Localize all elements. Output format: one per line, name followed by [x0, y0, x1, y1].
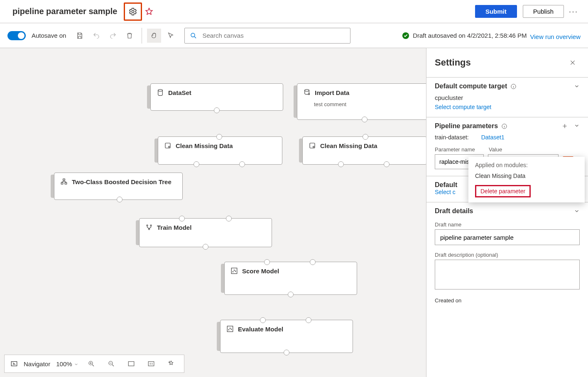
chevron-down-icon[interactable]: [574, 123, 580, 129]
module-icon: [309, 142, 316, 149]
chevron-down-icon: [74, 362, 78, 367]
tree-icon: [60, 178, 68, 185]
svg-point-20: [228, 330, 229, 331]
close-panel-button[interactable]: [566, 56, 580, 70]
delete-parameter-button[interactable]: Delete parameter: [475, 185, 531, 197]
svg-rect-10: [61, 182, 63, 184]
delete-button[interactable]: [122, 29, 137, 43]
node-dataset[interactable]: DataSet: [150, 83, 283, 111]
node-import-data[interactable]: Import Data test comment: [297, 83, 430, 120]
section-title-partial: Default: [435, 181, 457, 189]
save-button[interactable]: [73, 29, 87, 43]
zoom-in-button[interactable]: [84, 357, 98, 371]
chevron-down-icon[interactable]: [574, 83, 580, 89]
navigator-label[interactable]: Navigator: [24, 360, 50, 367]
svg-rect-19: [227, 326, 233, 332]
node-score-model[interactable]: Score Model: [224, 262, 357, 295]
node-label: Two-Class Boosted Decision Tree: [72, 178, 172, 185]
svg-point-12: [147, 225, 148, 226]
node-train-model[interactable]: Train Model: [139, 218, 272, 247]
submit-button[interactable]: Submit: [475, 5, 517, 18]
more-button[interactable]: ···: [566, 5, 581, 19]
chevron-down-icon[interactable]: [574, 208, 580, 214]
run-overview-link[interactable]: View run overview: [530, 33, 581, 40]
settings-gear-button[interactable]: [126, 5, 140, 19]
svg-point-3: [158, 90, 163, 92]
zoom-level[interactable]: 100%: [56, 360, 78, 367]
node-evaluate-model[interactable]: Evaluate Model: [220, 320, 353, 353]
draft-name-input[interactable]: [435, 229, 580, 245]
redo-icon: [109, 32, 117, 39]
draft-section-title: Draft details: [435, 207, 473, 215]
svg-point-22: [231, 329, 232, 330]
zoom-in-icon: [88, 360, 95, 367]
svg-rect-29: [148, 362, 154, 366]
draft-desc-input[interactable]: [435, 260, 580, 289]
svg-rect-11: [65, 182, 67, 184]
param-context-menu: Applied on modules: Clean Missing Data D…: [468, 157, 585, 202]
popup-header: Applied on modules:: [475, 162, 578, 168]
auto-layout-icon: [167, 360, 175, 367]
navigator-icon: [10, 360, 18, 367]
autosave-toggle[interactable]: [7, 31, 26, 40]
fit-screen-button[interactable]: [124, 357, 138, 371]
undo-button[interactable]: [89, 29, 103, 43]
draft-name-label: Draft name: [435, 221, 580, 228]
canvas-toolbar: Navigator 100%: [4, 355, 184, 373]
zoom-out-button[interactable]: [104, 357, 118, 371]
node-boosted-decision-tree[interactable]: Two-Class Boosted Decision Tree: [54, 173, 183, 200]
svg-point-17: [234, 270, 235, 271]
param-name-label: Parameter name: [435, 146, 480, 153]
evaluate-icon: [226, 325, 234, 333]
select-link-partial[interactable]: Select c: [435, 189, 456, 195]
params-section-title: Pipeline parameters: [435, 122, 498, 130]
autosave-label: Autosave on: [32, 32, 66, 39]
undo-icon: [93, 32, 100, 39]
node-clean-missing-data-2[interactable]: Clean Missing Data: [302, 136, 427, 165]
node-comment: test comment: [297, 101, 429, 112]
add-icon[interactable]: [561, 123, 568, 129]
node-label: Clean Missing Data: [176, 142, 233, 149]
auto-layout-button[interactable]: [164, 357, 178, 371]
status-ok-icon: [402, 32, 409, 39]
svg-rect-9: [63, 179, 65, 180]
search-canvas-box[interactable]: [184, 28, 350, 44]
toolbar-separator: [142, 28, 142, 44]
info-icon: [501, 123, 507, 129]
database-icon: [157, 89, 164, 96]
node-label: Clean Missing Data: [320, 142, 377, 149]
favorite-button[interactable]: [142, 5, 156, 19]
svg-point-16: [233, 272, 233, 272]
pan-tool-button[interactable]: [147, 29, 161, 43]
save-icon: [76, 32, 83, 39]
page-title: pipeline parameter sample: [12, 7, 117, 16]
zoom-out-icon: [108, 360, 115, 367]
param-row-value[interactable]: Dataset1: [481, 134, 505, 141]
svg-point-21: [230, 328, 230, 329]
node-clean-missing-data-1[interactable]: Clean Missing Data: [158, 136, 282, 165]
node-label: Import Data: [315, 89, 349, 96]
node-label: Train Model: [157, 224, 191, 231]
select-tool-button[interactable]: [164, 29, 178, 43]
svg-point-8: [313, 146, 314, 148]
module-icon: [164, 142, 172, 149]
redo-button[interactable]: [106, 29, 120, 43]
draft-desc-label: Draft description (optional): [435, 252, 580, 258]
param-value-label: Value: [489, 146, 502, 153]
search-canvas-input[interactable]: [201, 32, 345, 39]
select-compute-link[interactable]: Select compute target: [435, 104, 491, 110]
svg-point-18: [235, 271, 236, 272]
info-icon: [510, 83, 517, 90]
svg-point-6: [169, 146, 170, 148]
compute-target-name: cpucluster: [435, 94, 580, 101]
fit-icon: [127, 360, 135, 367]
popup-module-item[interactable]: Clean Missing Data: [475, 173, 578, 179]
import-icon: [303, 89, 311, 96]
score-icon: [230, 267, 238, 275]
svg-point-1: [191, 33, 195, 37]
hand-icon: [150, 32, 158, 39]
node-label: Evaluate Model: [238, 326, 283, 333]
gear-icon: [128, 7, 137, 16]
publish-button[interactable]: Publish: [523, 5, 564, 18]
actual-size-button[interactable]: [144, 357, 158, 371]
